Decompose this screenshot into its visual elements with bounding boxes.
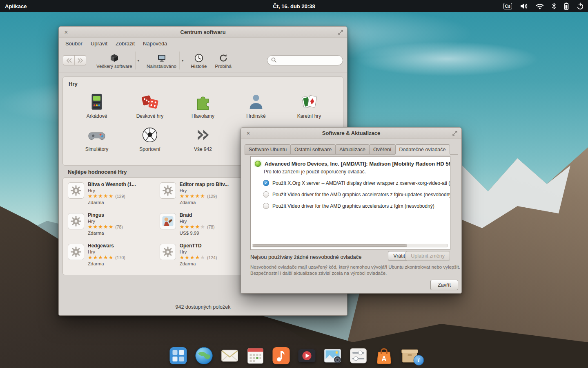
dock-app-launcher[interactable] [168, 345, 189, 366]
category-hrdinske[interactable]: Hrdinské [229, 90, 283, 121]
driver-options: ✓ Použít X.Org X server -- AMD/ATI displ… [251, 180, 450, 209]
software-center-titlebar[interactable]: × Centrum softwaru [59, 27, 347, 38]
in-progress-button[interactable]: Probíhá [212, 52, 234, 70]
search-input[interactable] [279, 57, 339, 64]
menu-soubor[interactable]: Soubor [61, 39, 87, 48]
radio-selected-icon[interactable]: ✓ [263, 180, 269, 186]
all-software-label: Veškerý software [96, 64, 132, 69]
search-icon [271, 57, 276, 64]
star-rating: ★★★★★(78) [88, 224, 123, 230]
menu-upravit[interactable]: Upravit [87, 39, 111, 48]
bluetooth-icon[interactable] [552, 3, 556, 9]
close-icon[interactable]: × [245, 130, 252, 137]
back-icon[interactable] [63, 56, 74, 65]
software-updates-titlebar[interactable]: × Software & Aktualizace [241, 128, 461, 139]
dock-web-browser[interactable] [194, 345, 214, 366]
system-tray: Cs [503, 2, 584, 10]
category-sportovni[interactable]: Sportovní [123, 123, 176, 155]
applications-menu[interactable]: Aplikace [5, 3, 27, 9]
window-title: Software & Aktualizace [241, 130, 461, 136]
category-arkadove[interactable]: Arkádové [70, 90, 123, 121]
radio-icon[interactable] [263, 203, 269, 209]
search-field[interactable] [267, 55, 343, 65]
installed-label: Nainstalováno [147, 64, 176, 69]
maximize-icon[interactable] [452, 130, 458, 136]
wifi-icon[interactable] [536, 3, 544, 9]
dock-mail[interactable] [220, 345, 240, 366]
app-item-braid[interactable]: Braid Hry ★★★★★(78) US$ 9.99 [158, 211, 248, 241]
app-item-bitva-o-wesnoth-1[interactable]: Bitva o Wesnoth (1... Hry ★★★★★(129) Zda… [66, 180, 156, 211]
driver-note: Nesvobodné ovladače mají uzavřený kód, k… [250, 264, 460, 276]
close-button[interactable]: Zavřít [430, 280, 458, 290]
volume-icon[interactable] [520, 3, 528, 9]
tab-aktualizace[interactable]: Aktualizace [335, 144, 370, 154]
radio-icon[interactable] [263, 191, 269, 197]
nav-buttons [63, 55, 86, 65]
category-deskove-hry[interactable]: Deskové hry [123, 90, 176, 121]
dock-videos[interactable] [297, 345, 317, 366]
puzzle-icon [194, 92, 212, 111]
star-rating: ★★★★★(129) [180, 193, 229, 199]
battery-icon[interactable] [564, 2, 569, 10]
keyboard-layout-indicator[interactable]: Cs [503, 3, 512, 9]
scrollbar-thumb[interactable] [253, 244, 407, 247]
all-software-button[interactable]: Veškerý software ▾ [94, 52, 141, 70]
chevron-down-icon[interactable]: ▾ [135, 52, 142, 70]
tab-ostatni-software[interactable]: Ostatní software [290, 144, 336, 154]
gear-icon [68, 182, 84, 199]
app-item-pingus[interactable]: Pingus Hry ★★★★★(78) Zdarma [66, 211, 156, 241]
driver-option-1[interactable]: ✓ Použít X.Org X server -- AMD/ATI displ… [263, 180, 450, 186]
power-icon[interactable] [577, 2, 584, 10]
apply-changes-button[interactable]: Uplatnit změny [405, 251, 450, 261]
arcade-machine-icon [87, 92, 106, 111]
tab-dodatecne-ovladace[interactable]: Dodatečné ovladače [395, 144, 450, 154]
app-item-editor-map-pro-bitv[interactable]: Editor map pro Bitv... Hry ★★★★★(129) Zd… [158, 180, 248, 211]
category-karetni-hry[interactable]: Karetní hry [283, 90, 336, 121]
videos-icon [297, 346, 317, 366]
app-item-openttd[interactable]: OpenTTD Hry ★★★★★(124) Zdarma [158, 241, 248, 272]
gear-icon [68, 213, 84, 229]
driver-option-2[interactable]: Použít Video driver for the AMD graphics… [263, 191, 450, 197]
category-vse-942[interactable]: Vše 942 [176, 123, 229, 155]
web-browser-icon [194, 346, 214, 366]
dock-package-installer[interactable]: i [400, 345, 420, 366]
chevron-down-icon[interactable]: ▾ [179, 52, 186, 70]
maximize-icon[interactable] [338, 29, 343, 35]
star-rating: ★★★★★(124) [180, 255, 217, 260]
monitor-icon [157, 53, 167, 63]
top-panel: Aplikace Čt, 16. dub 20:38 Cs [0, 0, 588, 12]
history-button[interactable]: Historie [188, 52, 210, 70]
driver-list: Advanced Micro Devices, Inc. [AMD/ATI]: … [250, 156, 450, 250]
statusbar: 942 dostupných položek [59, 304, 347, 310]
cards-icon [300, 92, 318, 111]
tab-overeni[interactable]: Ověření [369, 144, 395, 154]
app-item-hedgewars[interactable]: Hedgewars Hry ★★★★★(170) Zdarma [66, 241, 156, 272]
menu-napoveda[interactable]: Nápověda [139, 39, 171, 48]
history-label: Historie [191, 64, 207, 69]
forward-icon[interactable] [74, 56, 86, 65]
categories-header: Hry [69, 81, 78, 87]
toolbar: Veškerý software ▾ Nainstalováno ▾ Histo… [59, 49, 347, 72]
tab-software-ubuntu[interactable]: Software Ubuntu [245, 144, 291, 154]
info-badge-icon: i [414, 355, 424, 366]
braid-icon [160, 213, 176, 229]
menu-zobrazit[interactable]: Zobrazit [111, 39, 139, 48]
star-rating: ★★★★★(78) [180, 224, 215, 230]
category-simulatory[interactable]: Simulátory [70, 123, 123, 155]
installed-button[interactable]: Nainstalováno ▾ [144, 52, 185, 70]
horizontal-scrollbar[interactable] [252, 244, 448, 247]
dock-system-settings[interactable] [348, 345, 369, 366]
dock-calendar[interactable] [245, 345, 266, 366]
dock-software-center[interactable]: A [374, 345, 394, 366]
category-hlavolamy[interactable]: Hlavolamy [176, 90, 229, 121]
dock-photos[interactable] [323, 345, 343, 366]
svg-text:A: A [381, 355, 386, 363]
close-icon[interactable]: × [63, 29, 69, 36]
menubar: SouborUpravitZobrazitNápověda [59, 38, 347, 49]
dock-music[interactable] [271, 345, 292, 366]
software-center-icon: A [374, 346, 394, 366]
gear-icon [160, 244, 176, 260]
clock[interactable]: Čt, 16. dub 20:38 [273, 3, 315, 9]
software-updates-window: × Software & Aktualizace Software Ubuntu… [241, 127, 462, 294]
driver-option-3[interactable]: Použít Video driver for the AMD graphics… [263, 203, 450, 209]
